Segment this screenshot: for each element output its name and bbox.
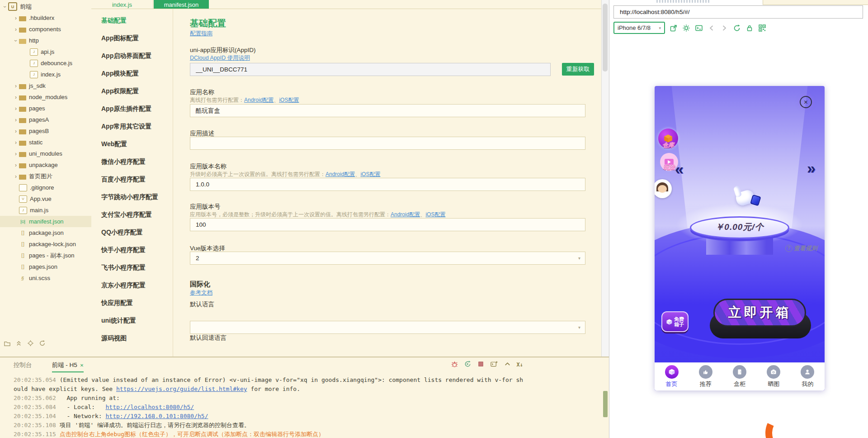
config-guide-link[interactable]: 配置指南 bbox=[190, 30, 212, 38]
config-nav-item[interactable]: 基础配置 bbox=[91, 12, 173, 29]
tree-item[interactable]: unpackage bbox=[0, 159, 91, 171]
tree-item[interactable]: package.json bbox=[0, 227, 91, 238]
tree-item[interactable]: components bbox=[0, 24, 91, 35]
tree-chevron-icon[interactable] bbox=[13, 15, 19, 21]
form-scrollbar[interactable] bbox=[601, 0, 609, 357]
tree-chevron-icon[interactable] bbox=[13, 106, 19, 111]
version-code-input[interactable] bbox=[190, 218, 585, 231]
tab-index-js[interactable]: index.js bbox=[91, 0, 153, 9]
config-nav-item[interactable]: 源码视图 bbox=[91, 329, 173, 347]
tree-chevron-icon[interactable] bbox=[2, 4, 8, 10]
tabbar-item-recommend[interactable]: 推荐 bbox=[689, 362, 722, 390]
tree-item[interactable]: pages - 副本.json bbox=[0, 250, 91, 261]
inline-link[interactable]: Android配置 bbox=[244, 97, 274, 103]
collapse-panel-icon[interactable] bbox=[504, 360, 511, 369]
config-nav-item[interactable]: 快应用配置 bbox=[91, 294, 173, 312]
inline-link[interactable]: iOS配置 bbox=[425, 211, 445, 218]
tree-item[interactable]: main.js bbox=[0, 205, 91, 216]
refresh-icon[interactable] bbox=[733, 24, 741, 32]
config-nav-item[interactable]: 百度小程序配置 bbox=[91, 171, 173, 188]
tree-chevron-icon[interactable] bbox=[13, 117, 19, 123]
config-nav-item[interactable]: 京东小程序配置 bbox=[91, 276, 173, 294]
console-link[interactable]: http://localhost:8080/h5/ bbox=[106, 404, 194, 410]
i18n-doc-link[interactable]: 参考文档 bbox=[190, 289, 212, 297]
tree-item[interactable]: uni.scss bbox=[0, 272, 91, 284]
config-nav-item[interactable]: App权限配置 bbox=[91, 82, 173, 100]
config-nav-item[interactable]: Web配置 bbox=[91, 135, 173, 153]
console-link[interactable]: https://vuejs.org/guide/list.html#key bbox=[116, 386, 247, 392]
tree-chevron-icon[interactable] bbox=[13, 129, 19, 134]
tree-item[interactable]: static bbox=[0, 137, 91, 148]
tree-item[interactable]: App.vue bbox=[0, 193, 91, 205]
config-nav-item[interactable]: 飞书小程序配置 bbox=[91, 259, 173, 276]
config-nav-item[interactable]: 字节跳动小程序配置 bbox=[91, 188, 173, 206]
tree-chevron-icon[interactable] bbox=[13, 151, 19, 157]
console-link[interactable]: http://192.168.0.101:8080/h5/ bbox=[106, 413, 208, 419]
forward-icon[interactable] bbox=[720, 24, 728, 32]
qrcode-icon[interactable] bbox=[758, 24, 766, 32]
tree-item[interactable]: node_modules bbox=[0, 91, 91, 103]
tree-item[interactable]: manifest.json bbox=[0, 216, 91, 227]
config-nav-item[interactable]: App启动界面配置 bbox=[91, 47, 173, 65]
config-nav-item[interactable]: uni统计配置 bbox=[91, 312, 173, 329]
inline-link[interactable]: Android配置 bbox=[391, 211, 420, 218]
inline-link[interactable]: iOS配置 bbox=[360, 171, 380, 177]
locate-file-icon[interactable] bbox=[27, 340, 34, 347]
tree-item[interactable]: 前端 bbox=[0, 1, 91, 12]
default-lang-select[interactable]: ▾ bbox=[190, 321, 585, 334]
tabbar-item-photos[interactable]: 晒图 bbox=[757, 362, 791, 390]
refresh-appid-button[interactable]: 重新获取 bbox=[562, 63, 594, 76]
inline-link[interactable]: iOS配置 bbox=[279, 97, 299, 103]
tree-chevron-icon[interactable] bbox=[13, 95, 19, 100]
device-selector[interactable]: iPhone 6/7/8 ▾ bbox=[613, 22, 665, 34]
app-name-input[interactable] bbox=[190, 104, 585, 117]
new-terminal-icon[interactable] bbox=[490, 360, 498, 369]
customer-service-avatar[interactable] bbox=[655, 179, 672, 198]
tree-item[interactable]: pages.json bbox=[0, 261, 91, 272]
open-folder-icon[interactable] bbox=[4, 340, 10, 347]
tree-item[interactable]: pages bbox=[0, 103, 91, 114]
version-name-input[interactable] bbox=[190, 178, 585, 191]
tabbar-item-cabinet[interactable]: 盒柜 bbox=[722, 362, 756, 390]
tab-console[interactable]: 控制台 bbox=[14, 361, 32, 372]
inline-link[interactable]: Android配置 bbox=[326, 171, 355, 177]
tree-chevron-icon[interactable] bbox=[13, 27, 19, 32]
tree-chevron-icon[interactable] bbox=[13, 83, 19, 89]
prev-box-arrow[interactable]: « bbox=[675, 160, 682, 178]
tree-chevron-icon[interactable] bbox=[13, 162, 19, 168]
config-nav-item[interactable]: 快手小程序配置 bbox=[91, 241, 173, 259]
app-desc-input[interactable] bbox=[190, 137, 585, 150]
tree-chevron-icon[interactable] bbox=[13, 38, 19, 43]
debug-bug-icon[interactable] bbox=[451, 360, 458, 369]
collapse-all-icon[interactable] bbox=[15, 340, 22, 347]
next-box-arrow[interactable]: » bbox=[807, 159, 814, 177]
close-tab-icon[interactable]: ✕ bbox=[80, 363, 84, 368]
config-nav-item[interactable]: App原生插件配置 bbox=[91, 100, 173, 118]
clear-console-icon[interactable]: X↓ bbox=[517, 362, 523, 368]
tree-item[interactable]: http bbox=[0, 35, 91, 46]
lock-icon[interactable] bbox=[745, 24, 754, 32]
config-nav-item[interactable]: 微信小程序配置 bbox=[91, 153, 173, 171]
back-icon[interactable] bbox=[708, 24, 716, 32]
tree-item[interactable]: api.js bbox=[0, 46, 91, 57]
config-nav-item[interactable]: App模块配置 bbox=[91, 65, 173, 82]
settings-gear-icon[interactable] bbox=[682, 24, 690, 32]
tree-chevron-icon[interactable] bbox=[13, 140, 19, 145]
tree-item[interactable]: 首页图片 bbox=[0, 171, 91, 182]
config-nav-item[interactable]: 支付宝小程序配置 bbox=[91, 206, 173, 224]
tabbar-item-home[interactable]: 首页 bbox=[655, 362, 689, 390]
vue-version-select[interactable]: 2 ▾ bbox=[190, 252, 585, 265]
tree-item[interactable]: uni_modules bbox=[0, 148, 91, 159]
terminal-icon[interactable] bbox=[695, 24, 703, 32]
tree-item[interactable]: js_sdk bbox=[0, 80, 91, 91]
tree-item[interactable]: package-lock.json bbox=[0, 238, 91, 250]
tab-manifest-json[interactable]: manifest.json bbox=[154, 0, 209, 9]
config-nav-item[interactable]: App图标配置 bbox=[91, 29, 173, 47]
tree-item[interactable]: .hbuilderx bbox=[0, 12, 91, 24]
open-box-button[interactable]: 立即开箱 bbox=[713, 299, 806, 327]
stop-icon[interactable] bbox=[477, 360, 485, 369]
config-nav-item[interactable]: QQ小程序配置 bbox=[91, 224, 173, 241]
config-nav-item[interactable]: App常用其它设置 bbox=[91, 118, 173, 135]
tree-item[interactable]: pagesB bbox=[0, 125, 91, 137]
tree-item[interactable]: pagesA bbox=[0, 114, 91, 125]
